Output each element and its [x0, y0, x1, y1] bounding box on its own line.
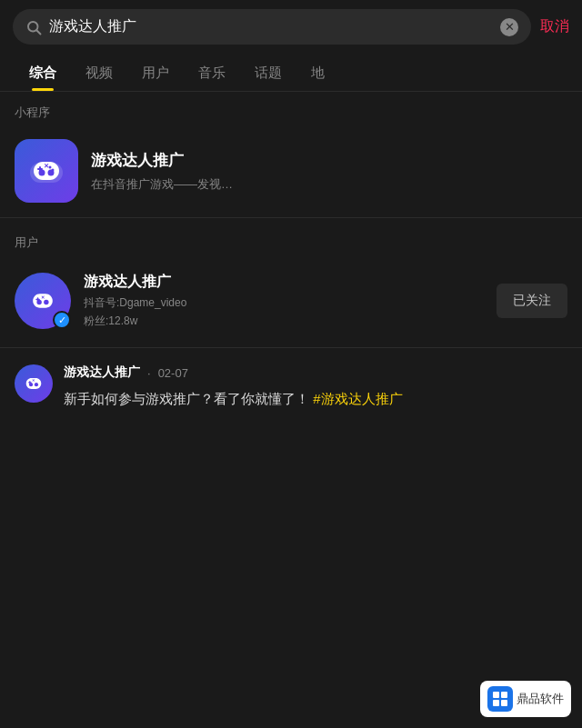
- search-bar: 游戏达人推广 ✕ 取消: [0, 0, 582, 54]
- watermark-logo: [491, 690, 509, 708]
- mini-program-desc: 在抖音推广游戏——发视…: [91, 176, 567, 193]
- svg-rect-23: [493, 700, 499, 706]
- svg-rect-14: [35, 299, 40, 301]
- tab-music[interactable]: 音乐: [184, 54, 240, 91]
- post-gamepad-icon: ✕: [22, 372, 45, 395]
- user-fans: 粉丝:12.8w: [84, 314, 484, 329]
- user-info: 游戏达人推广 抖音号:Dgame_video 粉丝:12.8w: [84, 273, 484, 329]
- tab-user[interactable]: 用户: [127, 54, 184, 91]
- post-dot: ·: [147, 366, 151, 380]
- divider-1: [0, 217, 582, 218]
- tab-topic[interactable]: 话题: [240, 54, 296, 91]
- clear-button[interactable]: ✕: [500, 18, 518, 36]
- svg-rect-7: [37, 168, 43, 170]
- svg-point-0: [28, 22, 38, 32]
- svg-rect-19: [28, 382, 32, 383]
- tab-general[interactable]: 综合: [15, 54, 71, 91]
- svg-point-12: [44, 300, 48, 304]
- svg-text:✕: ✕: [41, 294, 45, 300]
- svg-line-1: [37, 30, 41, 34]
- svg-rect-22: [501, 692, 507, 698]
- post-header: 游戏达人推广 · 02-07: [64, 364, 567, 381]
- search-icon: [25, 19, 42, 35]
- watermark-text: 鼎品软件: [517, 691, 564, 707]
- user-douyin-id: 抖音号:Dgame_video: [84, 295, 484, 311]
- mini-program-section-label: 小程序: [0, 92, 582, 128]
- search-input-wrapper[interactable]: 游戏达人推广 ✕: [13, 9, 531, 45]
- mini-program-card[interactable]: ✕ 游戏达人推广 在抖音推广游戏——发视…: [0, 128, 582, 214]
- tabs-bar: 综合 视频 用户 音乐 话题 地: [0, 54, 582, 92]
- watermark: 鼎品软件: [480, 681, 571, 717]
- cancel-button[interactable]: 取消: [540, 17, 569, 36]
- svg-point-9: [52, 169, 55, 172]
- post-card[interactable]: ✕ 游戏达人推广 · 02-07 新手如何参与游戏推广？看了你就懂了！ #游戏达…: [0, 352, 582, 423]
- svg-text:✕: ✕: [44, 163, 49, 169]
- post-tag[interactable]: #游戏达人推广: [313, 391, 402, 406]
- svg-rect-24: [501, 700, 507, 706]
- verified-badge: ✓: [53, 311, 71, 329]
- post-date: 02-07: [158, 366, 188, 380]
- mini-program-info: 游戏达人推广 在抖音推广游戏——发视…: [91, 150, 567, 193]
- post-text: 新手如何参与游戏推广？看了你就懂了！ #游戏达人推广: [64, 388, 567, 410]
- mini-program-name: 游戏达人推广: [91, 150, 567, 171]
- user-section-label: 用户: [0, 222, 582, 258]
- post-content: 游戏达人推广 · 02-07 新手如何参与游戏推广？看了你就懂了！ #游戏达人推…: [64, 364, 567, 410]
- post-avatar: ✕: [15, 364, 53, 403]
- tab-location[interactable]: 地: [296, 54, 339, 91]
- divider-2: [0, 347, 582, 348]
- user-avatar-wrapper: ✕ ✓: [15, 273, 71, 329]
- user-name: 游戏达人推广: [84, 273, 484, 292]
- gamepad-icon: ✕: [26, 151, 66, 191]
- post-author: 游戏达人推广: [64, 364, 140, 381]
- user-card[interactable]: ✕ ✓ 游戏达人推广 抖音号:Dgame_video 粉丝:12.8w 已关注: [0, 258, 582, 344]
- svg-rect-21: [493, 692, 499, 698]
- follow-button[interactable]: 已关注: [497, 284, 567, 318]
- search-query: 游戏达人推广: [49, 17, 493, 36]
- watermark-icon: [487, 686, 513, 712]
- user-gamepad-icon: ✕: [27, 285, 58, 316]
- tab-video[interactable]: 视频: [71, 54, 127, 91]
- post-text-main: 新手如何参与游戏推广？看了你就懂了！: [64, 391, 309, 406]
- mini-program-icon: ✕: [15, 139, 78, 203]
- svg-point-17: [35, 383, 38, 386]
